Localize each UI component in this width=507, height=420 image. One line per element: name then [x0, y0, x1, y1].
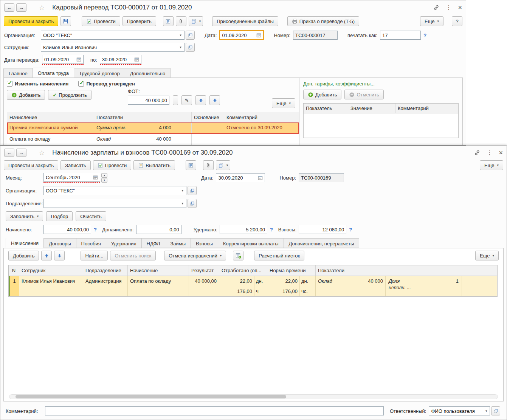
find-button[interactable]: Найти... — [81, 251, 108, 260]
paperclip-icon-button[interactable] — [203, 160, 214, 170]
table-row[interactable]: 1 Климов Илья Иванович Администрация Опл… — [9, 276, 497, 296]
pick-button[interactable]: Подбор — [46, 211, 73, 221]
check-button[interactable]: Проверить — [122, 16, 156, 26]
post-button[interactable]: Провести — [93, 160, 132, 170]
tab-pay[interactable]: Оплата труда — [33, 68, 74, 78]
move-down-button[interactable] — [54, 251, 65, 260]
tab-deductions[interactable]: Удержания — [106, 238, 142, 248]
save-button[interactable] — [60, 16, 71, 26]
move-down-button[interactable] — [209, 95, 220, 105]
write-button[interactable]: Записать — [60, 160, 91, 170]
report-icon-button[interactable] — [186, 160, 196, 170]
cancel-search-button[interactable]: Отменить поиск — [110, 251, 156, 260]
tab-payment-adjustments[interactable]: Корректировки выплаты — [218, 238, 284, 248]
report-icon-button[interactable] — [163, 16, 174, 26]
back-button[interactable]: ← — [4, 3, 14, 12]
organization-open-button[interactable] — [186, 31, 195, 40]
help-question-icon[interactable]: ? — [349, 227, 352, 232]
clear-button[interactable]: Очистить — [76, 211, 106, 221]
horizontal-scrollbar[interactable] — [9, 394, 498, 399]
more-accruals-button[interactable]: Еще▾ — [272, 98, 295, 108]
spin-down-button[interactable]: ▼ — [101, 178, 107, 183]
post-button[interactable]: Провести — [82, 16, 120, 26]
tab-contributions[interactable]: Взносы — [191, 238, 218, 248]
transfer-date-to-input[interactable]: 30.09.2020 — [100, 55, 141, 64]
post-and-close-button[interactable]: Провести и закрыть — [4, 16, 58, 26]
help-question-icon[interactable]: ? — [270, 227, 273, 232]
tab-ndfl[interactable]: НДФЛ — [142, 238, 166, 248]
employee-open-button[interactable] — [186, 43, 195, 52]
undo-corrections-button[interactable]: Отмена исправлений▾ — [164, 251, 226, 260]
close-icon[interactable]: × — [458, 4, 462, 12]
comment-input[interactable] — [45, 406, 384, 415]
tab-contracts[interactable]: Договоры — [44, 238, 76, 248]
favorite-star-icon[interactable]: ☆ — [39, 4, 45, 12]
more-grid-button[interactable]: Еще▾ — [475, 251, 499, 260]
move-up-button[interactable] — [195, 95, 206, 105]
cancel-tariff-button[interactable]: Отменить — [344, 90, 383, 99]
menu-dots-icon[interactable]: ⋮ — [487, 149, 492, 156]
link-icon[interactable] — [433, 5, 439, 11]
tab-recalculations[interactable]: Доначисления, перерасчеты — [284, 238, 360, 248]
copy-dropdown-button[interactable]: ▾ — [216, 160, 231, 170]
forward-button[interactable]: → — [16, 3, 26, 12]
copy-dropdown-button[interactable]: ▾ — [189, 16, 203, 26]
add-row-button[interactable]: Добавить — [8, 251, 39, 260]
accrued-input[interactable]: 40 000,00 — [43, 225, 91, 234]
add-accrual-button[interactable]: Добавить — [7, 90, 45, 100]
more-button[interactable]: Еще▾ — [420, 16, 443, 26]
tab-contract[interactable]: Трудовой договор — [74, 68, 125, 78]
organization-combo[interactable]: ООО "ТЕКС"▾ — [41, 31, 185, 40]
table-row-premium[interactable]: Премия ежемесячная суммой Сумма прем.4 0… — [7, 122, 299, 134]
transfer-approved-checkbox[interactable]: ✓Перевод утвержден — [78, 81, 135, 87]
splitter-button[interactable] — [173, 95, 178, 105]
spin-up-button[interactable]: ▲ — [101, 173, 107, 178]
date-input[interactable]: 30.09.2020 — [216, 173, 265, 182]
link-icon[interactable] — [474, 150, 480, 156]
payslip-button[interactable]: Расчетный листок — [254, 251, 304, 260]
attached-files-button[interactable]: Присоединенные файлы — [212, 16, 278, 26]
tab-accruals[interactable]: Начисления — [6, 238, 44, 248]
table-row-salary[interactable]: Оплата по окладу Оклад40 000 — [7, 134, 299, 145]
scrollbar-thumb[interactable] — [16, 395, 286, 398]
responsible-combo[interactable]: ФИО пользователя▾ — [429, 406, 490, 415]
extra-accrued-input[interactable]: 0,00 — [136, 225, 181, 234]
fill-button[interactable]: Заполнить▾ — [6, 211, 43, 221]
tab-main[interactable]: Главное — [3, 68, 33, 78]
organization-open-button[interactable] — [188, 186, 197, 195]
extra-tariffs-link[interactable]: Доп. тарифы, коэффициенты... — [303, 81, 375, 87]
more-button[interactable]: Еще▾ — [480, 160, 503, 170]
forward-button[interactable]: → — [16, 149, 26, 157]
month-input[interactable]: Сентябрь 2020 — [43, 173, 100, 182]
date-input[interactable]: 01.09.2020 — [219, 30, 264, 40]
move-up-button[interactable] — [41, 251, 52, 260]
tab-additional[interactable]: Дополнительно — [125, 68, 171, 78]
grid-settings-button[interactable] — [233, 251, 243, 260]
change-accruals-checkbox[interactable]: ✓Изменить начисления — [7, 81, 68, 87]
employee-combo[interactable]: Климов Илья Иванович▾ — [41, 43, 185, 52]
paperclip-icon-button[interactable] — [176, 16, 186, 26]
contributions-input[interactable]: 12 080,00 — [299, 225, 346, 234]
tab-loans[interactable]: Займы — [165, 238, 191, 248]
organization-combo[interactable]: ООО "ТЕКС"▾ — [43, 186, 186, 195]
tab-benefits[interactable]: Пособия — [76, 238, 106, 248]
post-and-close-button[interactable]: Провести и закрыть — [4, 160, 58, 170]
continue-button[interactable]: ✓ Продолжить — [48, 90, 91, 100]
back-button[interactable]: ← — [4, 149, 14, 157]
pay-button[interactable]: Выплатить — [133, 160, 175, 170]
transfer-order-button[interactable]: Приказ о переводе (Т-5) — [287, 16, 359, 26]
help-button[interactable]: ? — [452, 16, 462, 26]
department-open-button[interactable] — [188, 199, 197, 208]
menu-dots-icon[interactable]: ⋮ — [446, 4, 451, 11]
favorite-star-icon[interactable]: ☆ — [39, 149, 45, 157]
fot-input[interactable]: 40 000,00 — [128, 96, 169, 105]
number-input[interactable]: ТС00-000169 — [299, 173, 344, 182]
print-as-input[interactable]: 17 — [380, 31, 421, 40]
edit-pencil-button[interactable]: ✎ — [181, 95, 192, 105]
help-question-icon[interactable]: ? — [94, 227, 97, 232]
close-icon[interactable]: × — [499, 149, 503, 157]
department-combo[interactable]: ▾ — [43, 199, 186, 208]
withheld-input[interactable]: 5 200,00 — [220, 225, 267, 234]
add-tariff-button[interactable]: Добавить — [303, 90, 341, 99]
help-question-icon[interactable]: ? — [423, 33, 426, 38]
